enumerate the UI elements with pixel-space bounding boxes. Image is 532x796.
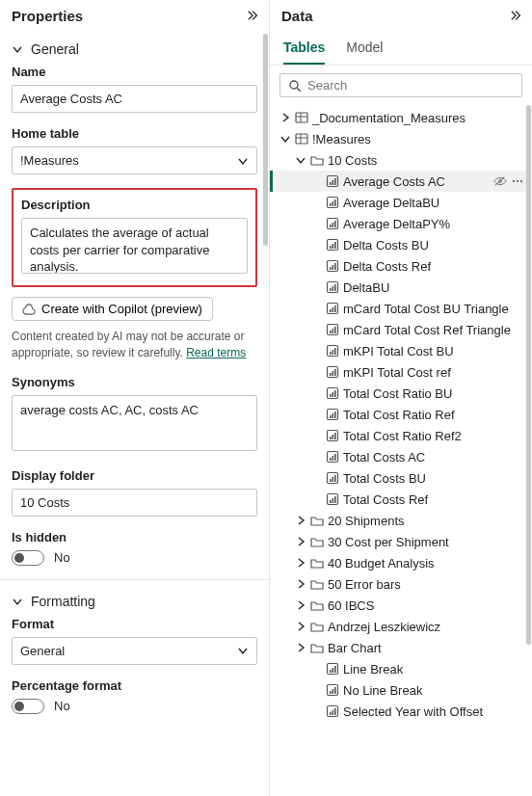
table-icon bbox=[295, 132, 308, 146]
measure-item[interactable]: mKPI Total Cost ref bbox=[276, 361, 528, 383]
tree-item-label: Total Costs Ref bbox=[343, 492, 428, 507]
chevron-right-icon bbox=[279, 112, 291, 123]
tree-item-label: Bar Chart bbox=[328, 641, 382, 655]
measure-item[interactable]: Total Costs AC bbox=[276, 446, 528, 467]
measure-icon bbox=[326, 450, 339, 464]
measure-item[interactable]: DeltaBU bbox=[276, 277, 528, 298]
description-input[interactable] bbox=[21, 218, 248, 274]
section-general[interactable]: General bbox=[12, 34, 257, 65]
section-formatting[interactable]: Formatting bbox=[12, 586, 257, 617]
tree-item-label: Delta Costs Ref bbox=[343, 259, 431, 274]
synonyms-label: Synonyms bbox=[12, 375, 257, 389]
measure-item[interactable]: Total Costs Ref bbox=[276, 489, 528, 510]
home-table-value: !Measures bbox=[20, 153, 79, 168]
display-folder-input[interactable] bbox=[12, 489, 257, 517]
data-title: Data bbox=[281, 8, 313, 24]
folder-item[interactable]: 60 IBCS bbox=[276, 595, 528, 616]
tab-model[interactable]: Model bbox=[346, 34, 383, 65]
is-hidden-toggle[interactable] bbox=[12, 550, 44, 566]
scrollbar[interactable] bbox=[263, 34, 268, 246]
folder-item[interactable]: 30 Cost per Shipment bbox=[276, 531, 528, 552]
measure-item[interactable]: Total Cost Ratio Ref bbox=[276, 404, 528, 425]
tree-item-label: Average DeltaBU bbox=[343, 196, 439, 210]
folder-item[interactable]: 20 Shipments bbox=[276, 510, 528, 531]
measure-icon bbox=[326, 471, 339, 485]
search-input[interactable]: Search bbox=[279, 73, 522, 97]
tab-tables[interactable]: Tables bbox=[283, 34, 325, 65]
measure-item[interactable]: Average Costs AC bbox=[276, 171, 528, 192]
table-measures[interactable]: !Measures bbox=[276, 128, 528, 149]
description-label: Description bbox=[21, 198, 248, 212]
percentage-format-label: Percentage format bbox=[12, 678, 257, 693]
search-placeholder: Search bbox=[307, 78, 347, 93]
ai-hint: Content created by AI may not be accurat… bbox=[12, 329, 257, 361]
measure-item[interactable]: Total Costs BU bbox=[276, 467, 528, 489]
chevron-right-icon bbox=[295, 515, 306, 526]
measure-item[interactable]: Selected Year with Offset bbox=[276, 701, 528, 722]
format-select[interactable]: General bbox=[12, 637, 257, 665]
measure-icon bbox=[326, 280, 339, 294]
measure-item[interactable]: Line Break bbox=[276, 658, 528, 679]
tree-item-label: mCard Total Cost BU Triangle bbox=[343, 302, 509, 316]
tree-item-label: Average Costs AC bbox=[343, 174, 445, 189]
scrollbar[interactable] bbox=[526, 105, 531, 645]
search-icon bbox=[288, 79, 302, 93]
hide-icon[interactable] bbox=[493, 174, 507, 188]
folder-item[interactable]: Andrzej Leszkiewicz bbox=[276, 616, 528, 637]
is-hidden-value: No bbox=[54, 550, 70, 565]
measure-icon bbox=[326, 217, 339, 230]
folder-icon bbox=[310, 556, 324, 570]
create-with-copilot-button[interactable]: Create with Copilot (preview) bbox=[12, 297, 213, 321]
tree-item-label: Total Cost Ratio Ref bbox=[343, 408, 455, 422]
more-icon[interactable] bbox=[511, 174, 524, 188]
read-terms-link[interactable]: Read terms bbox=[186, 346, 246, 359]
tree-item-label: Line Break bbox=[343, 662, 403, 677]
properties-title: Properties bbox=[12, 8, 83, 24]
chevron-right-icon bbox=[295, 578, 306, 590]
tree-item-label: 20 Shipments bbox=[328, 514, 405, 528]
measure-item[interactable]: mCard Total Cost BU Triangle bbox=[276, 298, 528, 319]
measure-item[interactable]: No Line Break bbox=[276, 679, 528, 701]
folder-item[interactable]: 40 Budget Analysis bbox=[276, 552, 528, 573]
folder-item[interactable]: 50 Error bars bbox=[276, 573, 528, 595]
measure-icon bbox=[326, 662, 339, 676]
synonyms-input[interactable] bbox=[12, 395, 257, 451]
home-table-select[interactable]: !Measures bbox=[12, 146, 257, 174]
folder-item[interactable]: Bar Chart bbox=[276, 637, 528, 658]
measure-item[interactable]: Average DeltaBU bbox=[276, 192, 528, 213]
chevron-down-icon bbox=[12, 596, 23, 607]
chevron-right-icon bbox=[295, 557, 306, 569]
measure-item[interactable]: Delta Costs BU bbox=[276, 234, 528, 255]
measure-item[interactable]: Average DeltaPY% bbox=[276, 213, 528, 234]
section-formatting-label: Formatting bbox=[31, 594, 95, 609]
percentage-format-toggle[interactable] bbox=[12, 699, 44, 714]
tree-item-label: _Documentation_Measures bbox=[312, 111, 466, 125]
folder-10-costs[interactable]: 10 Costs bbox=[276, 149, 528, 171]
tree-item-label: 10 Costs bbox=[328, 153, 377, 168]
measure-item[interactable]: Delta Costs Ref bbox=[276, 255, 528, 277]
measure-item[interactable]: mKPI Total Cost BU bbox=[276, 340, 528, 361]
collapse-properties-icon[interactable] bbox=[248, 8, 259, 24]
tree-item-label: Average DeltaPY% bbox=[343, 217, 450, 231]
folder-icon bbox=[310, 153, 324, 167]
measure-item[interactable]: Total Cost Ratio Ref2 bbox=[276, 425, 528, 446]
data-tree: _Documentation_Measures!Measures10 Costs… bbox=[270, 105, 532, 731]
collapse-data-icon[interactable] bbox=[511, 8, 522, 24]
tree-item-label: 50 Error bars bbox=[328, 577, 401, 592]
table-documentation-measures[interactable]: _Documentation_Measures bbox=[276, 107, 528, 128]
measure-item[interactable]: Total Cost Ratio BU bbox=[276, 383, 528, 404]
measure-icon bbox=[326, 196, 339, 209]
measure-icon bbox=[326, 683, 339, 697]
tree-item-label: mKPI Total Cost BU bbox=[343, 344, 454, 358]
tree-item-label: DeltaBU bbox=[343, 280, 389, 295]
measure-icon bbox=[326, 492, 339, 506]
measure-icon bbox=[326, 302, 339, 315]
tree-item-label: 30 Cost per Shipment bbox=[328, 535, 449, 549]
chevron-down-icon bbox=[12, 43, 23, 55]
name-input[interactable] bbox=[12, 85, 257, 113]
tree-item-label: Andrzej Leszkiewicz bbox=[328, 620, 440, 634]
copilot-icon bbox=[22, 303, 36, 316]
measure-item[interactable]: mCard Total Cost Ref Triangle bbox=[276, 319, 528, 340]
tree-item-label: 60 IBCS bbox=[328, 598, 374, 613]
tree-item-label: Total Costs AC bbox=[343, 450, 425, 464]
